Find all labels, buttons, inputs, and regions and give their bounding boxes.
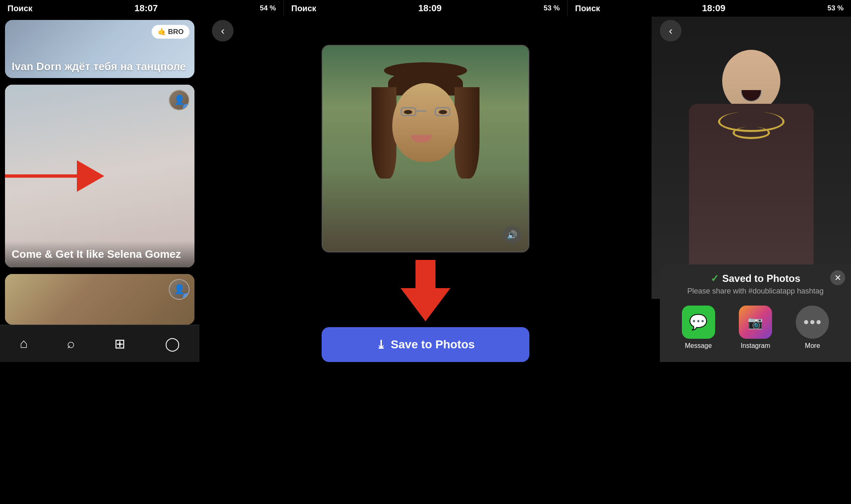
nav-home[interactable]: ⌂: [11, 333, 36, 355]
profile-icon: ◯: [165, 336, 180, 352]
bottom-card-avatar: 👤 s: [169, 279, 189, 300]
add-icon: ⊞: [114, 336, 125, 352]
app-container: Поиск 18:07 54 % Поиск 18:09 53 % Поиск …: [0, 0, 851, 362]
more-dot-1: [804, 320, 808, 324]
video-content: refaced with douplicat app: [322, 46, 529, 252]
checkmark-icon: ✓: [711, 273, 719, 284]
right-video: refaced with douplicat app: [652, 17, 851, 299]
share-sheet-close-button[interactable]: ✕: [830, 270, 845, 285]
right-video-person: [652, 17, 851, 299]
share-instagram-button[interactable]: 📷 Instagram: [739, 306, 772, 350]
more-label: More: [805, 342, 820, 350]
nav-add[interactable]: ⊞: [106, 333, 134, 355]
right-time: 18:09: [702, 3, 726, 14]
down-arrow-container: [401, 257, 450, 321]
selena-card[interactable]: 👤 s Come & Get It like Selena Gomez: [5, 85, 194, 267]
status-bar-left: Поиск 18:07 54 %: [0, 0, 284, 17]
left-status-icons: 54 %: [260, 4, 276, 12]
right-back-icon: ‹: [669, 24, 673, 37]
share-more-button[interactable]: More: [796, 306, 829, 350]
status-bar-right: Поиск 18:09 53 %: [568, 0, 851, 17]
right-battery: 53 %: [827, 4, 844, 12]
center-back-button[interactable]: ‹: [212, 20, 234, 42]
saved-subtitle: Please share with #doublicatapp hashtag: [670, 287, 841, 296]
status-bar-center: Поиск 18:09 53 %: [284, 0, 568, 17]
selena-avatar: 👤 s: [169, 90, 189, 110]
bottom-avatar-badge: s: [183, 293, 189, 300]
avatar-badge: s: [183, 104, 189, 110]
save-to-photos-button[interactable]: ⤓ Save to Photos: [322, 327, 529, 362]
instagram-label: Instagram: [740, 342, 770, 350]
center-battery: 53 %: [544, 4, 560, 12]
bottom-nav: ⌂ ⌕ ⊞ ◯: [0, 325, 199, 362]
main-content: Ivan Dorn ждёт тебя на танцполе 🤙 BRO: [0, 17, 851, 362]
left-carrier: Поиск: [7, 4, 32, 13]
status-bars: Поиск 18:07 54 % Поиск 18:09 53 % Поиск …: [0, 0, 851, 17]
back-chevron-icon: ‹: [221, 24, 225, 37]
center-carrier: Поиск: [291, 4, 316, 13]
message-label: Message: [685, 342, 712, 350]
save-download-icon: ⤓: [376, 338, 386, 352]
ivan-dorn-card[interactable]: Ivan Dorn ждёт тебя на танцполе 🤙 BRO: [5, 20, 194, 78]
selena-card-text: Come & Get It like Selena Gomez: [5, 241, 194, 268]
center-time: 18:09: [418, 3, 442, 14]
speaker-icon: 🔊: [507, 230, 517, 240]
close-icon: ✕: [834, 273, 841, 283]
message-icon: 💬: [682, 306, 715, 339]
center-panel: ‹ refaced with douplicat app: [199, 17, 652, 362]
right-panel: ‹ refaced with douplicat app: [652, 17, 851, 362]
instagram-symbol: 📷: [748, 315, 763, 330]
share-message-button[interactable]: 💬 Message: [682, 306, 715, 350]
save-button-label: Save to Photos: [391, 338, 475, 351]
nav-profile[interactable]: ◯: [157, 333, 188, 355]
message-symbol: 💬: [689, 313, 708, 331]
left-battery: 54 %: [260, 4, 276, 12]
instagram-icon: 📷: [739, 306, 772, 339]
home-icon: ⌂: [20, 336, 27, 351]
more-dot-3: [817, 320, 821, 324]
arrow-head: [401, 288, 450, 321]
search-icon: ⌕: [67, 336, 75, 351]
right-status-icons: 53 %: [827, 4, 844, 12]
ivan-card-title: Ivan Dorn ждёт тебя на танцполе: [12, 60, 186, 73]
left-time: 18:07: [135, 3, 158, 14]
more-dot-2: [810, 320, 814, 324]
share-sheet: ✕ ✓ Saved to Photos Please share with #d…: [660, 264, 851, 362]
bottom-card[interactable]: 👤 s: [5, 274, 194, 325]
arrow-stem: [416, 260, 435, 288]
sound-icon[interactable]: 🔊: [503, 226, 521, 244]
bro-badge[interactable]: 🤙 BRO: [152, 25, 190, 39]
ivan-card-content: Ivan Dorn ждёт тебя на танцполе: [5, 55, 192, 78]
more-icon: [796, 306, 829, 339]
left-panel: Ivan Dorn ждёт тебя на танцполе 🤙 BRO: [0, 17, 199, 362]
right-back-button[interactable]: ‹: [660, 20, 681, 42]
saved-title: ✓ Saved to Photos: [670, 273, 841, 284]
center-video-card[interactable]: refaced with douplicat app: [322, 45, 529, 252]
saved-text: Saved to Photos: [722, 273, 800, 284]
nav-search[interactable]: ⌕: [59, 333, 83, 355]
share-apps-row: 💬 Message 📷 Instagram: [670, 306, 841, 350]
selena-card-bg: 👤 s Come & Get It like Selena Gomez: [5, 85, 194, 267]
right-carrier: Поиск: [575, 4, 600, 13]
center-status-icons: 53 %: [544, 4, 560, 12]
